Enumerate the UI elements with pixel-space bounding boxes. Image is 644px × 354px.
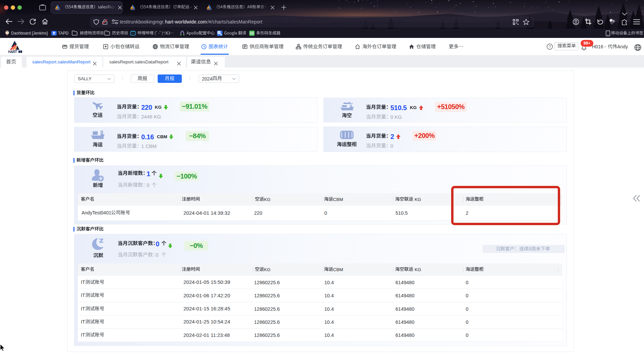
svg-text:HART: HART — [8, 50, 17, 53]
svg-text:?: ? — [549, 45, 551, 49]
